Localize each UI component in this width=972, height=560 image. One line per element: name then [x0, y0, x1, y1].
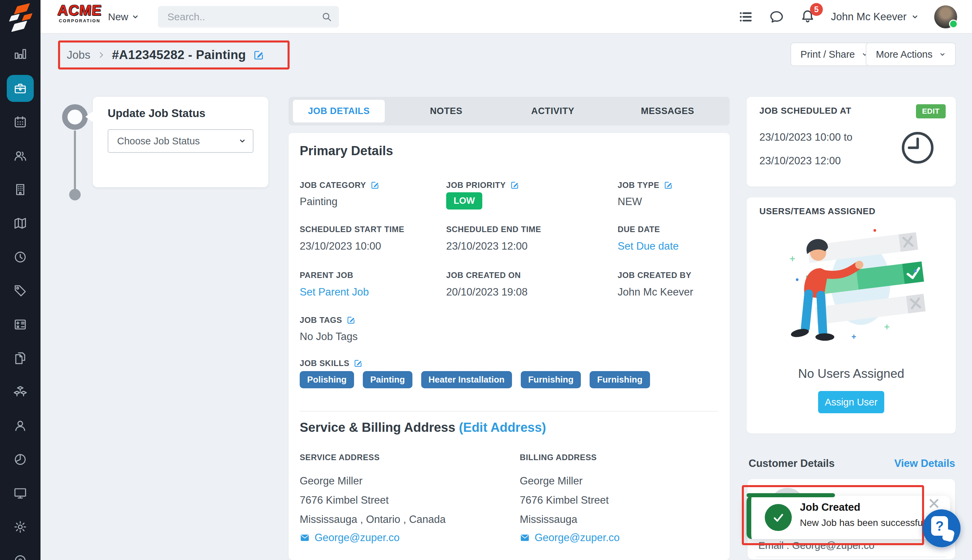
sidebar-item-dispatch-board[interactable]: [7, 480, 34, 507]
toast-job-created: Job Created New Job has been successfull…: [747, 496, 950, 539]
company-logo[interactable]: ACME CORPORATION: [53, 3, 107, 23]
due-date-label: DUE DATE: [618, 225, 660, 234]
edit-icon[interactable]: [346, 315, 356, 325]
search-input[interactable]: [158, 6, 317, 28]
billing-address-label: BILLING ADDRESS: [520, 453, 597, 462]
view-details-link[interactable]: View Details: [894, 457, 955, 470]
toast-close-button[interactable]: ✕: [927, 496, 940, 512]
scheduled-start-label: SCHEDULED START TIME: [300, 225, 404, 234]
briefcase-icon: [13, 81, 27, 95]
notifications-button[interactable]: 5: [800, 8, 815, 25]
created-on-value: 20/10/2023 19:08: [446, 286, 528, 298]
chevron-right-icon: [97, 51, 105, 59]
job-category-value: Painting: [300, 196, 337, 208]
more-actions-button[interactable]: More Actions: [866, 43, 956, 66]
service-street: 7676 Kimbel Street: [300, 494, 389, 507]
search-bar: [158, 6, 339, 28]
tab-messages[interactable]: MESSAGES: [634, 97, 701, 125]
parent-job-label: PARENT JOB: [300, 270, 353, 280]
svg-text:?: ?: [18, 557, 22, 560]
new-dropdown-label: New: [108, 11, 128, 23]
breadcrumb-jobs-link[interactable]: Jobs: [67, 48, 90, 62]
skill-badge: Painting: [363, 371, 413, 388]
no-users-illustration: [773, 223, 929, 358]
job-scheduled-title: JOB SCHEDULED AT: [759, 106, 852, 116]
sidebar-item-dashboard[interactable]: [7, 40, 34, 67]
zuper-logo-icon[interactable]: [7, 2, 34, 32]
schedule-range-line1: 23/10/2023 10:00 to: [759, 131, 853, 143]
sidebar-item-timesheet[interactable]: [7, 243, 34, 270]
company-name: ACME: [52, 3, 107, 17]
user-menu[interactable]: John Mc Keever: [831, 11, 919, 23]
service-email-link[interactable]: George@zuper.co: [314, 532, 399, 544]
edit-address-link[interactable]: (Edit Address): [459, 420, 546, 435]
job-status-select[interactable]: Choose Job Status: [108, 129, 254, 153]
job-tags-label: JOB TAGS: [300, 315, 356, 325]
sidebar-item-documents[interactable]: [7, 345, 34, 372]
sidebar-item-properties[interactable]: [7, 176, 34, 203]
skill-badge: Furnishing: [590, 371, 650, 388]
set-parent-job-link[interactable]: Set Parent Job: [300, 286, 369, 298]
service-name: George Miller: [300, 475, 362, 487]
edit-title-icon[interactable]: [253, 49, 265, 61]
primary-details-heading: Primary Details: [300, 144, 393, 158]
app-screen: ? ACME CORPORATION New 5 John Mc Keever: [0, 0, 972, 560]
job-skills-label: JOB SKILLS: [300, 358, 363, 368]
tab-job-details[interactable]: JOB DETAILS: [293, 100, 385, 122]
avatar[interactable]: [934, 5, 957, 28]
new-dropdown[interactable]: New: [108, 0, 139, 34]
building-icon: [13, 183, 27, 197]
billing-street: 7676 Kimbel Street: [520, 494, 609, 507]
edit-icon[interactable]: [370, 180, 380, 190]
sidebar-item-customers[interactable]: [7, 142, 34, 169]
search-icon[interactable]: [321, 12, 332, 22]
help-icon: ?: [13, 553, 27, 560]
sidebar-item-tags[interactable]: [7, 277, 34, 304]
sidebar-item-jobs[interactable]: [7, 75, 34, 102]
chat-icon[interactable]: [769, 9, 784, 25]
sidebar-item-map[interactable]: [7, 210, 34, 237]
help-widget-button[interactable]: ?: [923, 509, 960, 547]
clock-icon: [898, 128, 938, 168]
envelope-icon: [300, 533, 310, 543]
logo-shape: [14, 3, 30, 14]
chevron-down-icon: [911, 13, 919, 21]
job-status-select-value: Choose Job Status: [117, 136, 200, 147]
print-share-button[interactable]: Print / Share: [790, 43, 878, 66]
sidebar-item-reports[interactable]: [7, 446, 34, 473]
job-priority-label: JOB PRIORITY: [446, 180, 520, 190]
sidebar-item-help[interactable]: ?: [7, 547, 34, 560]
edit-icon[interactable]: [510, 180, 520, 190]
sidebar: ?: [0, 0, 40, 560]
sidebar-item-users[interactable]: [7, 412, 34, 439]
assign-user-button[interactable]: Assign User: [818, 391, 884, 413]
billing-email-link[interactable]: George@zuper.co: [534, 532, 620, 544]
created-by-value: John Mc Keever: [618, 286, 693, 298]
envelope-icon: [520, 533, 530, 543]
sidebar-item-inventory[interactable]: [7, 378, 34, 405]
company-subtitle: CORPORATION: [53, 18, 107, 23]
tab-activity[interactable]: ACTIVITY: [519, 97, 586, 125]
set-due-date-link[interactable]: Set Due date: [618, 240, 679, 252]
clock-icon: [13, 250, 27, 264]
created-by-label: JOB CREATED BY: [618, 270, 691, 280]
section-divider: [300, 411, 718, 412]
list-icon[interactable]: [738, 9, 753, 25]
service-address-label: SERVICE ADDRESS: [300, 453, 380, 462]
timeline-line: [74, 130, 76, 190]
edit-icon[interactable]: [353, 358, 363, 368]
calendar-icon: [13, 115, 27, 129]
edit-icon[interactable]: [663, 180, 673, 190]
scheduled-start-value: 23/10/2023 10:00: [300, 240, 381, 252]
sidebar-item-estimates[interactable]: [7, 311, 34, 338]
billing-name: George Miller: [520, 475, 583, 487]
topbar-right: 5 John Mc Keever: [738, 0, 957, 34]
job-details-panel: Primary Details JOB CATEGORY JOB PRIORIT…: [289, 133, 730, 560]
sidebar-item-settings[interactable]: [7, 513, 34, 540]
users-assigned-card: USERS/TEAMS ASSIGNED: [747, 197, 956, 433]
tab-notes[interactable]: NOTES: [413, 97, 480, 125]
created-on-label: JOB CREATED ON: [446, 270, 521, 280]
person-icon: [13, 418, 27, 433]
sidebar-item-calendar[interactable]: [7, 108, 34, 136]
edit-schedule-badge[interactable]: EDIT: [916, 104, 946, 118]
